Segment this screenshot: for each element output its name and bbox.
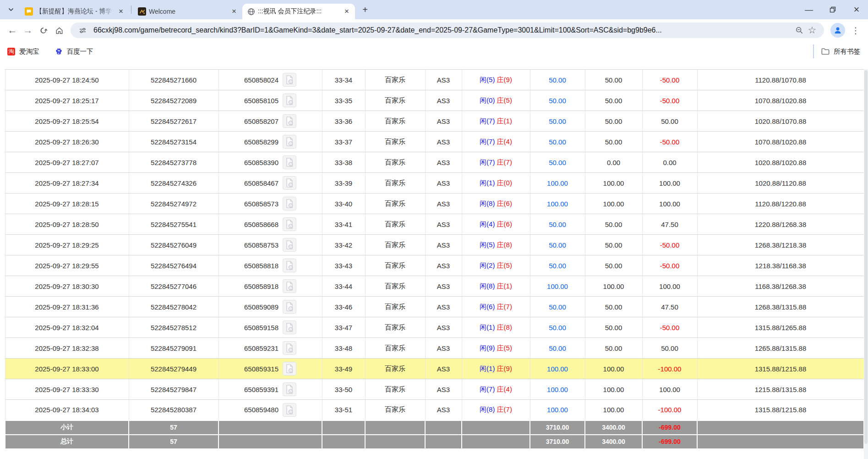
profile-avatar[interactable] xyxy=(830,23,845,38)
cell-bet-time: 2025-09-27 18:26:30 xyxy=(5,132,129,152)
close-window-button[interactable]: × xyxy=(850,3,863,17)
table-row[interactable]: 2025-09-27 18:26:30 522845273154 6508582… xyxy=(5,132,864,152)
video-replay-icon[interactable] xyxy=(283,135,296,149)
video-replay-icon[interactable] xyxy=(283,114,296,128)
close-icon[interactable]: × xyxy=(342,7,351,16)
table-row[interactable]: 2025-09-27 18:25:17 522845272089 6508581… xyxy=(5,90,864,111)
cell-table-code: AS3 xyxy=(425,194,462,214)
video-replay-icon[interactable] xyxy=(283,279,296,293)
table-row[interactable]: 2025-09-27 18:34:03 522845280387 6508594… xyxy=(5,400,864,420)
video-replay-icon[interactable] xyxy=(283,217,296,231)
summary-win-loss-total: -699.00 xyxy=(642,420,697,435)
cell-bet-id: 522845279091 xyxy=(129,338,218,359)
banker-result: 庄(1) xyxy=(497,117,512,125)
table-row[interactable]: 2025-09-27 18:27:07 522845273778 6508583… xyxy=(5,152,864,173)
address-bar[interactable]: 66cxkj98.com/game/betrecord_search/kind3… xyxy=(71,22,824,38)
video-replay-icon[interactable] xyxy=(283,238,296,252)
back-button[interactable]: ← xyxy=(5,22,20,38)
table-row[interactable]: 2025-09-27 18:31:36 522845278042 6508590… xyxy=(5,297,864,317)
cell-balance: 1265.88/1315.88 xyxy=(697,338,864,359)
tab-forum[interactable]: 【新提醒】海燕论坛 - 博学交流 × xyxy=(20,4,129,19)
cell-bet-time: 2025-09-27 18:25:17 xyxy=(5,90,129,111)
zoom-out-icon[interactable] xyxy=(793,24,806,37)
close-icon[interactable]: × xyxy=(116,7,126,16)
cell-bet-id: 522845275541 xyxy=(129,214,218,235)
browser-menu-button[interactable]: ⋮ xyxy=(848,22,863,38)
video-replay-icon[interactable] xyxy=(283,382,296,396)
video-replay-icon[interactable] xyxy=(283,403,296,417)
restore-button[interactable] xyxy=(826,3,840,17)
video-replay-icon[interactable] xyxy=(283,300,296,314)
table-row[interactable]: 2025-09-27 18:24:50 522845271660 6508580… xyxy=(5,70,864,90)
bookmark-taobao[interactable]: 淘 爱淘宝 xyxy=(7,47,39,56)
video-replay-icon[interactable] xyxy=(283,73,296,87)
video-replay-icon[interactable] xyxy=(283,321,296,334)
player-result: 闲(6) xyxy=(480,303,495,310)
video-replay-icon[interactable] xyxy=(283,94,296,107)
site-info-icon[interactable] xyxy=(76,24,89,37)
cell-bet-id: 522845277046 xyxy=(129,276,218,297)
table-row[interactable]: 2025-09-27 18:28:50 522845275541 6508586… xyxy=(5,214,864,235)
cell-table-code: AS3 xyxy=(425,152,462,173)
summary-empty-cell xyxy=(697,420,864,435)
folder-icon xyxy=(821,48,830,55)
video-replay-icon[interactable] xyxy=(283,259,296,272)
scrollbar-thumb[interactable] xyxy=(864,70,868,444)
game-number: 650858024 xyxy=(244,76,278,84)
banker-result: 庄(5) xyxy=(497,96,512,104)
page-scrollbar[interactable] xyxy=(864,69,868,459)
tab-strip: 【新提醒】海燕论坛 - 博学交流 × Welcome × :::视讯 会员下注纪… xyxy=(0,0,868,19)
minimize-button[interactable]: — xyxy=(802,3,816,17)
refresh-icon xyxy=(39,26,48,35)
table-row[interactable]: 2025-09-27 18:28:15 522845274972 6508585… xyxy=(5,194,864,214)
summary-empty-cell xyxy=(322,435,365,449)
video-replay-icon[interactable] xyxy=(283,362,296,376)
cell-result: 闲(1) 庄(0) xyxy=(462,173,530,194)
video-replay-icon[interactable] xyxy=(283,341,296,355)
player-result: 闲(8) xyxy=(480,282,495,290)
summary-empty-cell xyxy=(365,435,425,449)
video-replay-icon[interactable] xyxy=(283,176,296,190)
url-text[interactable]: 66cxkj98.com/game/betrecord_search/kind3… xyxy=(93,26,793,34)
table-row[interactable]: 2025-09-27 18:33:00 522845279449 6508593… xyxy=(5,359,864,379)
tab-betrecord-active[interactable]: :::视讯 会员下注纪录::: × xyxy=(242,4,355,19)
cell-win-loss: -100.00 xyxy=(642,400,697,420)
cell-round: 33-35 xyxy=(322,90,365,111)
table-row[interactable]: 2025-09-27 18:29:55 522845276494 6508588… xyxy=(5,255,864,276)
player-result: 闲(1) xyxy=(480,179,495,187)
tab-welcome[interactable]: Welcome × xyxy=(133,4,242,19)
refresh-button[interactable] xyxy=(36,22,51,38)
player-result: 闲(1) xyxy=(480,365,495,372)
cell-balance: 1315.88/1215.88 xyxy=(697,400,864,420)
cell-table-code: AS3 xyxy=(425,90,462,111)
cell-balance: 1168.38/1268.38 xyxy=(697,276,864,297)
cell-bet-amount: 100.00 xyxy=(530,194,585,214)
video-replay-icon[interactable] xyxy=(283,155,296,169)
forward-button[interactable]: → xyxy=(20,22,36,38)
home-button[interactable] xyxy=(51,22,67,38)
close-icon[interactable]: × xyxy=(229,7,239,16)
new-tab-button[interactable]: + xyxy=(359,3,371,16)
table-row[interactable]: 2025-09-27 18:30:30 522845277046 6508589… xyxy=(5,276,864,297)
cell-game-no: 650859231 xyxy=(218,338,322,359)
tab-search-button[interactable] xyxy=(5,3,17,16)
cell-game-no: 650858207 xyxy=(218,111,322,132)
table-row[interactable]: 2025-09-27 18:27:34 522845274326 6508584… xyxy=(5,173,864,194)
cell-bet-amount: 50.00 xyxy=(530,70,585,90)
globe-icon xyxy=(247,7,255,16)
banker-result: 庄(9) xyxy=(497,365,512,372)
cell-balance: 1268.38/1315.88 xyxy=(697,297,864,317)
table-row[interactable]: 2025-09-27 18:25:54 522845272617 6508582… xyxy=(5,111,864,132)
table-row[interactable]: 2025-09-27 18:33:30 522845279847 6508593… xyxy=(5,379,864,400)
bookmark-star-icon[interactable]: ☆ xyxy=(806,24,819,37)
table-row[interactable]: 2025-09-27 18:32:38 522845279091 6508592… xyxy=(5,338,864,359)
all-bookmarks-label: 所有书签 xyxy=(834,47,860,56)
cell-bet-amount: 50.00 xyxy=(530,317,585,338)
cell-round: 33-48 xyxy=(322,338,365,359)
video-replay-icon[interactable] xyxy=(283,197,296,210)
bookmark-baidu[interactable]: 百度一下 xyxy=(55,47,93,56)
player-result: 闲(7) xyxy=(480,158,495,166)
table-row[interactable]: 2025-09-27 18:29:25 522845276049 6508587… xyxy=(5,235,864,255)
table-row[interactable]: 2025-09-27 18:32:04 522845278512 6508591… xyxy=(5,317,864,338)
all-bookmarks-button[interactable]: 所有书签 xyxy=(813,44,868,58)
